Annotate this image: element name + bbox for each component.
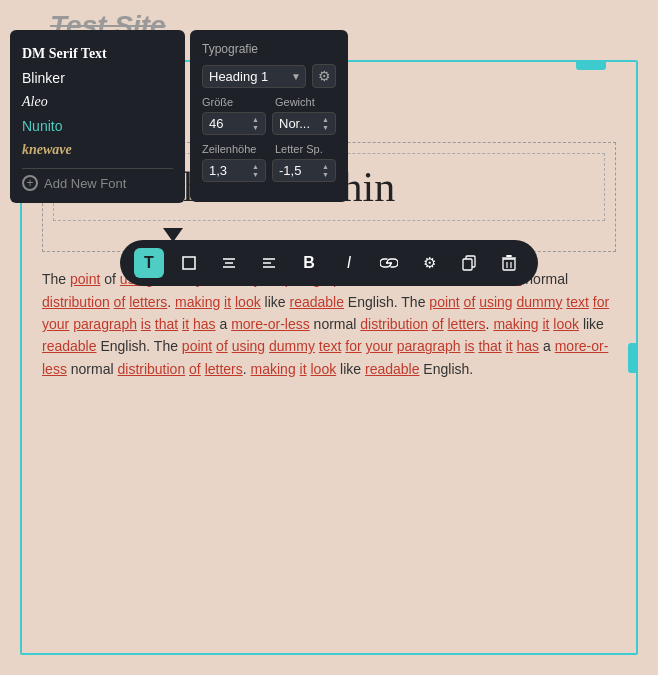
italic-button[interactable]: I [334, 248, 364, 278]
size-label: Größe [202, 96, 263, 108]
lh-up-icon[interactable]: ▲ [252, 163, 259, 170]
body-link-29[interactable]: that [155, 316, 178, 332]
body-link-53[interactable]: distribution [117, 361, 185, 377]
body-link-40[interactable]: point [182, 338, 212, 354]
body-link-36[interactable]: making [493, 316, 538, 332]
letter-spacing-input[interactable]: -1,5 ▲ ▼ [272, 159, 336, 182]
bold-button[interactable]: B [294, 248, 324, 278]
size-spinner[interactable]: ▲ ▼ [252, 116, 259, 131]
line-height-value: 1,3 [209, 163, 227, 178]
body-link-48[interactable]: is [464, 338, 474, 354]
body-link-32[interactable]: more-or-less [231, 316, 310, 332]
size-down-icon[interactable]: ▼ [252, 124, 259, 131]
panel-arrow [163, 228, 183, 242]
box-button[interactable] [174, 248, 204, 278]
body-link-50[interactable]: it [506, 338, 513, 354]
font-item-knewave[interactable]: knewave [22, 138, 173, 162]
svg-rect-9 [463, 259, 472, 270]
body-link-51[interactable]: has [517, 338, 540, 354]
typo-title: Typografie [202, 42, 336, 56]
line-height-spinner[interactable]: ▲ ▼ [252, 163, 259, 178]
link-icon [380, 257, 398, 269]
line-height-label: Zeilenhöhe [202, 143, 263, 155]
heading-select[interactable]: Heading 1 ▼ [202, 65, 306, 88]
ls-spinner[interactable]: ▲ ▼ [322, 163, 329, 178]
top-resize-handle[interactable] [576, 60, 606, 70]
align-left-button[interactable] [254, 248, 284, 278]
weight-up-icon[interactable]: ▲ [322, 116, 329, 123]
body-link-33[interactable]: distribution [360, 316, 428, 332]
body-link-20[interactable]: point [429, 294, 459, 310]
body-link-38[interactable]: look [553, 316, 579, 332]
body-link-25[interactable]: for [593, 294, 609, 310]
right-resize-handle[interactable] [628, 343, 638, 373]
body-link-54[interactable]: of [189, 361, 201, 377]
font-item-nunito[interactable]: Nunito [22, 114, 173, 138]
body-link-34[interactable]: of [432, 316, 444, 332]
svg-rect-0 [183, 257, 195, 269]
body-link-42[interactable]: using [232, 338, 265, 354]
weight-label: Gewicht [275, 96, 336, 108]
weight-down-icon[interactable]: ▼ [322, 124, 329, 131]
text-button[interactable]: T [134, 248, 164, 278]
body-link-18[interactable]: look [235, 294, 261, 310]
weight-input[interactable]: Nor... ▲ ▼ [272, 112, 336, 135]
body-link-26[interactable]: your [42, 316, 69, 332]
body-link-16[interactable]: making [175, 294, 220, 310]
body-link-17[interactable]: it [224, 294, 231, 310]
svg-rect-10 [503, 259, 515, 270]
body-link-30[interactable]: it [182, 316, 189, 332]
body-link-39[interactable]: readable [42, 338, 97, 354]
line-height-input[interactable]: 1,3 ▲ ▼ [202, 159, 266, 182]
settings-button[interactable]: ⚙ [414, 248, 444, 278]
size-input[interactable]: 46 ▲ ▼ [202, 112, 266, 135]
body-link-28[interactable]: is [141, 316, 151, 332]
ls-down-icon[interactable]: ▼ [322, 171, 329, 178]
body-link-27[interactable]: paragraph [73, 316, 137, 332]
copy-button[interactable] [454, 248, 484, 278]
body-link-43[interactable]: dummy [269, 338, 315, 354]
link-button[interactable] [374, 248, 404, 278]
add-font-button[interactable]: + Add New Font [22, 175, 173, 191]
body-link-14[interactable]: of [114, 294, 126, 310]
body-link-44[interactable]: text [319, 338, 342, 354]
delete-button[interactable] [494, 248, 524, 278]
body-link-23[interactable]: dummy [517, 294, 563, 310]
body-link-1[interactable]: point [70, 271, 100, 287]
body-link-22[interactable]: using [479, 294, 512, 310]
align-center-button[interactable] [214, 248, 244, 278]
body-link-19[interactable]: readable [289, 294, 344, 310]
font-item-dm-serif[interactable]: DM Serif Text [22, 42, 173, 66]
body-link-59[interactable]: readable [365, 361, 420, 377]
font-item-blinker[interactable]: Blinker [22, 66, 173, 90]
body-link-49[interactable]: that [478, 338, 501, 354]
body-link-46[interactable]: your [366, 338, 393, 354]
letter-spacing-value: -1,5 [279, 163, 301, 178]
heading-select-value: Heading 1 [209, 69, 268, 84]
body-link-24[interactable]: text [566, 294, 589, 310]
body-link-15[interactable]: letters [129, 294, 167, 310]
typo-gear-button[interactable]: ⚙ [312, 64, 336, 88]
body-link-56[interactable]: making [251, 361, 296, 377]
body-link-58[interactable]: look [310, 361, 336, 377]
body-link-13[interactable]: distribution [42, 294, 110, 310]
body-link-21[interactable]: of [464, 294, 476, 310]
chevron-down-icon: ▼ [291, 71, 301, 82]
align-left-icon [261, 257, 277, 269]
body-link-45[interactable]: for [345, 338, 361, 354]
weight-value: Nor... [279, 116, 310, 131]
body-link-47[interactable]: paragraph [397, 338, 461, 354]
body-link-35[interactable]: letters [447, 316, 485, 332]
body-link-37[interactable]: it [542, 316, 549, 332]
body-link-41[interactable]: of [216, 338, 228, 354]
ls-up-icon[interactable]: ▲ [322, 163, 329, 170]
body-link-55[interactable]: letters [205, 361, 243, 377]
typo-panel: Typografie Heading 1 ▼ ⚙ Größe Gewicht 4… [190, 30, 348, 202]
font-item-aleo[interactable]: Aleo [22, 90, 173, 114]
lh-down-icon[interactable]: ▼ [252, 171, 259, 178]
panel-divider [22, 168, 173, 169]
size-up-icon[interactable]: ▲ [252, 116, 259, 123]
weight-spinner[interactable]: ▲ ▼ [322, 116, 329, 131]
body-link-57[interactable]: it [300, 361, 307, 377]
body-link-31[interactable]: has [193, 316, 216, 332]
